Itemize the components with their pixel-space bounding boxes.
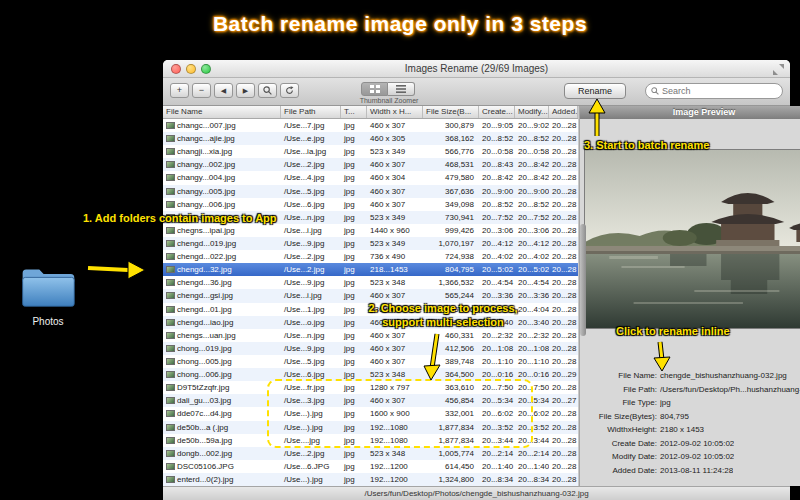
table-cell: jpg — [341, 198, 367, 211]
scrollbar-thumb[interactable] — [580, 224, 586, 336]
list-view-icon — [396, 85, 406, 93]
grid-view-icon — [370, 85, 380, 93]
table-row[interactable]: chengd...019.jpg/Use...9.jpgjpg523 x 349… — [163, 237, 578, 250]
column-header[interactable]: Modify... — [515, 106, 549, 118]
table-row[interactable]: chengd...022.jpg/Use...2.jpgjpg736 x 490… — [163, 250, 578, 263]
column-header[interactable]: File Path — [281, 106, 341, 118]
table-cell: changc...007.jpg — [163, 119, 281, 132]
table-cell: 20...28 — [549, 250, 578, 263]
table-row[interactable]: chengd...32.jpg/Use...2.jpgjpg218...1453… — [163, 263, 578, 276]
file-thumbnail-icon — [166, 345, 175, 352]
back-button[interactable]: ◀ — [214, 83, 233, 98]
table-row[interactable]: changy...004.jpg/Use...4.jpgjpg460 x 304… — [163, 171, 578, 184]
list-view-button[interactable] — [388, 82, 415, 96]
folder-label: Photos — [14, 316, 82, 327]
column-header[interactable]: Width x H... — [367, 106, 423, 118]
table-cell: 20...28 — [549, 132, 578, 145]
file-thumbnail-icon — [166, 279, 175, 286]
table-cell: dongb...002.jpg — [163, 447, 281, 460]
table-cell: 1,070,197 — [423, 237, 479, 250]
table-row[interactable]: changc...ajie.jpg/Use...e.jpgjpg460 x 30… — [163, 132, 578, 145]
file-thumbnail-icon — [166, 201, 175, 208]
search-input[interactable] — [662, 86, 777, 96]
table-cell: 20...28 — [549, 407, 578, 420]
zoom-button[interactable] — [201, 64, 211, 74]
table-row[interactable]: chegns...ipai.jpg/Use...i.jpgjpg1440 x 9… — [163, 224, 578, 237]
file-thumbnail-icon — [166, 122, 175, 129]
table-cell: 192...1200 — [367, 473, 423, 486]
table-cell: 20...9:00 — [479, 185, 515, 198]
table-cell: /Use...).jpg — [281, 473, 341, 486]
table-cell: chengd...36.jpg — [163, 276, 281, 289]
table-cell: 1,005,774 — [423, 447, 479, 460]
table-row[interactable]: chong...019.jpg/Use...9.jpgjpg460 x 3074… — [163, 342, 578, 355]
remove-button[interactable]: − — [192, 83, 211, 98]
table-row[interactable]: changy...006.jpg/Use...6.jpgjpg460 x 307… — [163, 198, 578, 211]
table-row[interactable]: DSC05106.JPG/Use...6.JPGjpg192...1200614… — [163, 460, 578, 473]
table-cell: /Use...i.jpg — [281, 289, 341, 302]
search-tool-button[interactable] — [258, 83, 277, 98]
table-cell: jpg — [341, 211, 367, 224]
close-button[interactable] — [171, 64, 181, 74]
table-row[interactable]: changy...005.jpg/Use...5.jpgjpg460 x 307… — [163, 185, 578, 198]
column-header[interactable]: File Name — [163, 106, 281, 118]
fullscreen-icon[interactable] — [773, 64, 784, 75]
toolbar-button-group: + − ◀ ▶ — [170, 83, 299, 98]
column-header[interactable]: Create... — [479, 106, 515, 118]
photos-folder[interactable]: Photos — [14, 264, 82, 327]
column-header[interactable]: Added... — [549, 106, 578, 118]
table-row[interactable]: chong...005.jpg/Use...5.jpgjpg460 x 3073… — [163, 355, 578, 368]
file-thumbnail-icon — [166, 174, 175, 181]
table-cell: 523 x 349 — [367, 211, 423, 224]
table-cell: /Use...2.jpg — [281, 158, 341, 171]
title-bar[interactable]: Images Rename (29/69 Images) — [163, 60, 790, 78]
preview-field: Added Date:2013-08-11 11:24:28 — [580, 464, 800, 478]
preview-field: File Size(Bytes):804,795 — [580, 410, 800, 424]
table-cell: chong...006.jpg — [163, 368, 281, 381]
table-cell: 20...2:32 — [515, 329, 549, 342]
rename-button[interactable]: Rename — [564, 83, 626, 99]
table-row[interactable]: dongb...002.jpg/Use...2.jpgjpg523 x 3481… — [163, 447, 578, 460]
table-cell: 20...3:06 — [515, 224, 549, 237]
vertical-scrollbar[interactable] — [578, 106, 579, 486]
refresh-button[interactable] — [280, 83, 299, 98]
search-field[interactable] — [645, 83, 783, 99]
column-header[interactable]: T... — [341, 106, 367, 118]
table-cell: 368,162 — [423, 132, 479, 145]
table-row[interactable]: changc...007.jpg/Use...7.jpgjpg460 x 307… — [163, 119, 578, 132]
table-cell: chengd...019.jpg — [163, 237, 281, 250]
pavilion-photo-image — [585, 150, 800, 328]
table-cell: 20...8:52 — [479, 198, 515, 211]
table-cell: jpg — [341, 447, 367, 460]
table-cell: 460 x 307 — [367, 119, 423, 132]
table-row[interactable]: changy...002.jpg/Use...2.jpgjpg460 x 307… — [163, 158, 578, 171]
thumbnail-view-button[interactable] — [361, 82, 388, 96]
table-cell: 460 x 307 — [367, 185, 423, 198]
forward-button[interactable]: ▶ — [236, 83, 255, 98]
table-row[interactable]: chengs...uan.jpg/Use...n.jpgjpg460 x 307… — [163, 329, 578, 342]
add-folder-button[interactable]: + — [170, 83, 189, 98]
table-row[interactable]: changji...xia.jpg/Use...ia.jpgjpg523 x 3… — [163, 145, 578, 158]
file-thumbnail-icon — [166, 332, 175, 339]
table-cell: 20...28 — [549, 316, 578, 329]
table-cell: /Use...2.jpg — [281, 250, 341, 263]
preview-field-label: File Path: — [580, 385, 660, 394]
table-row[interactable]: enterd...0(2).jpg/Use...).jpgjpg192...12… — [163, 473, 578, 486]
column-header[interactable]: File Size(B... — [423, 106, 479, 118]
table-cell: chengd...32.jpg — [163, 263, 281, 276]
table-cell: 412,506 — [423, 342, 479, 355]
table-cell: 20...28 — [549, 185, 578, 198]
table-cell: /Use...6.jpg — [281, 198, 341, 211]
table-cell: jpg — [341, 224, 367, 237]
preview-field-label: File Size(Bytes): — [580, 412, 660, 421]
table-cell: 20...5:02 — [515, 263, 549, 276]
multi-selection-highlight-box — [267, 379, 533, 448]
annotation-step2: 2. Choose image to process, support mult… — [345, 301, 541, 329]
table-cell: 20...1:40 — [515, 460, 549, 473]
table-cell: dali_gu...03.jpg — [163, 394, 281, 407]
table-cell: /Use...2.jpg — [281, 447, 341, 460]
table-cell: 20...5:02 — [479, 263, 515, 276]
minimize-button[interactable] — [186, 64, 196, 74]
table-row[interactable]: chengd...36.jpg/Use...9.jpgjpg523 x 3481… — [163, 276, 578, 289]
minus-icon: − — [199, 86, 204, 95]
